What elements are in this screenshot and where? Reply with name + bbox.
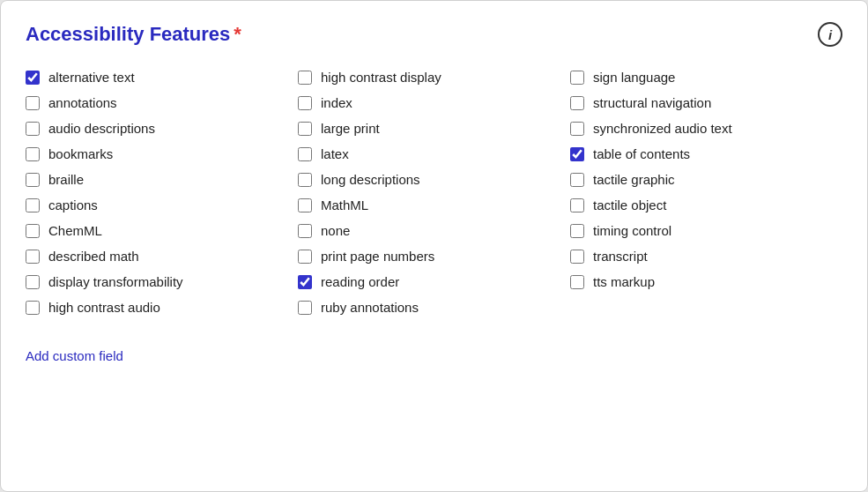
checkbox-label: index: [321, 95, 352, 110]
checkbox-label: high contrast audio: [48, 300, 160, 315]
checkbox-label: table of contents: [593, 146, 690, 161]
checkbox-label: bookmarks: [48, 146, 113, 161]
checkbox-input[interactable]: [298, 173, 312, 187]
checkbox-label: transcript: [593, 249, 648, 264]
checkbox-item-empty: [570, 294, 842, 320]
checkbox-input[interactable]: [298, 198, 312, 212]
checkbox-label: ChemML: [48, 223, 102, 238]
checkbox-input[interactable]: [570, 275, 584, 289]
checkbox-item[interactable]: display transformability: [26, 269, 298, 294]
checkbox-input[interactable]: [570, 250, 584, 264]
checkbox-label: timing control: [593, 223, 671, 238]
checkbox-item[interactable]: bookmarks: [26, 141, 298, 167]
checkbox-item[interactable]: high contrast display: [298, 64, 570, 90]
checkbox-input[interactable]: [298, 96, 312, 110]
checkbox-input[interactable]: [26, 301, 40, 315]
checkbox-item[interactable]: timing control: [570, 218, 842, 243]
checkbox-label: described math: [48, 249, 139, 264]
checkbox-input[interactable]: [298, 147, 312, 161]
checkbox-label: print page numbers: [321, 249, 434, 264]
checkbox-item[interactable]: audio descriptions: [26, 116, 298, 141]
checkbox-label: tactile graphic: [593, 172, 675, 187]
checkbox-item[interactable]: described math: [26, 243, 298, 269]
checkbox-label: alternative text: [48, 70, 135, 85]
checkbox-label: tactile object: [593, 198, 666, 212]
checkbox-input[interactable]: [298, 275, 312, 289]
checkbox-item[interactable]: ruby annotations: [298, 294, 570, 320]
checkbox-input[interactable]: [298, 122, 312, 136]
checkbox-label: long descriptions: [321, 172, 420, 187]
checkbox-input[interactable]: [26, 250, 40, 264]
checkbox-item[interactable]: reading order: [298, 269, 570, 294]
checkbox-input[interactable]: [26, 275, 40, 289]
checkbox-item[interactable]: synchronized audio text: [570, 116, 842, 141]
checkbox-input[interactable]: [26, 224, 40, 238]
checkbox-item[interactable]: index: [298, 90, 570, 116]
checkbox-item[interactable]: large print: [298, 116, 570, 141]
checkbox-input[interactable]: [298, 71, 312, 85]
checkbox-label: braille: [48, 172, 84, 187]
checkbox-input[interactable]: [570, 96, 584, 110]
checkbox-input[interactable]: [570, 71, 584, 85]
checkbox-item[interactable]: captions: [26, 192, 298, 218]
checkbox-label: synchronized audio text: [593, 121, 732, 136]
checkbox-input[interactable]: [570, 147, 584, 161]
card-header: Accessibility Features* i: [26, 22, 842, 47]
checkbox-label: latex: [321, 146, 349, 161]
checkbox-item[interactable]: MathML: [298, 192, 570, 218]
info-icon[interactable]: i: [818, 22, 842, 47]
checkbox-input[interactable]: [26, 173, 40, 187]
checkbox-input[interactable]: [298, 301, 312, 315]
checkbox-item[interactable]: long descriptions: [298, 167, 570, 192]
checkbox-label: display transformability: [48, 274, 183, 289]
checkbox-input[interactable]: [570, 173, 584, 187]
checkbox-item[interactable]: tactile object: [570, 192, 842, 218]
checkbox-label: audio descriptions: [48, 121, 155, 136]
checkboxes-grid: alternative texthigh contrast displaysig…: [26, 64, 842, 320]
checkbox-item[interactable]: tactile graphic: [570, 167, 842, 192]
checkbox-item[interactable]: ChemML: [26, 218, 298, 243]
checkbox-input[interactable]: [26, 147, 40, 161]
checkbox-item[interactable]: high contrast audio: [26, 294, 298, 320]
checkbox-input[interactable]: [570, 198, 584, 212]
checkbox-item[interactable]: structural navigation: [570, 90, 842, 116]
checkbox-item[interactable]: alternative text: [26, 64, 298, 90]
checkbox-input[interactable]: [26, 96, 40, 110]
checkbox-item[interactable]: annotations: [26, 90, 298, 116]
checkbox-item[interactable]: braille: [26, 167, 298, 192]
checkbox-input[interactable]: [26, 122, 40, 136]
checkbox-input[interactable]: [298, 224, 312, 238]
required-indicator: *: [234, 23, 241, 45]
checkbox-item[interactable]: transcript: [570, 243, 842, 269]
checkbox-input[interactable]: [298, 250, 312, 264]
accessibility-features-card: Accessibility Features* i alternative te…: [0, 0, 868, 492]
checkbox-label: MathML: [321, 198, 368, 212]
checkbox-label: captions: [48, 198, 98, 212]
checkbox-label: tts markup: [593, 274, 655, 289]
checkbox-item[interactable]: table of contents: [570, 141, 842, 167]
card-title-area: Accessibility Features*: [26, 23, 241, 46]
checkbox-item[interactable]: latex: [298, 141, 570, 167]
checkbox-input[interactable]: [26, 71, 40, 85]
checkbox-label: high contrast display: [321, 70, 441, 85]
checkbox-label: none: [321, 223, 350, 238]
add-custom-field-link[interactable]: Add custom field: [26, 348, 123, 363]
checkbox-input[interactable]: [570, 122, 584, 136]
checkbox-input[interactable]: [26, 198, 40, 212]
checkbox-item[interactable]: print page numbers: [298, 243, 570, 269]
checkbox-label: structural navigation: [593, 95, 711, 110]
checkbox-item[interactable]: sign language: [570, 64, 842, 90]
page-title: Accessibility Features: [26, 23, 230, 45]
checkbox-label: reading order: [321, 274, 399, 289]
checkbox-item[interactable]: none: [298, 218, 570, 243]
checkbox-label: large print: [321, 121, 380, 136]
checkbox-item[interactable]: tts markup: [570, 269, 842, 294]
checkbox-input[interactable]: [570, 224, 584, 238]
checkbox-label: ruby annotations: [321, 300, 419, 315]
checkbox-label: annotations: [48, 95, 117, 110]
checkbox-label: sign language: [593, 70, 675, 85]
